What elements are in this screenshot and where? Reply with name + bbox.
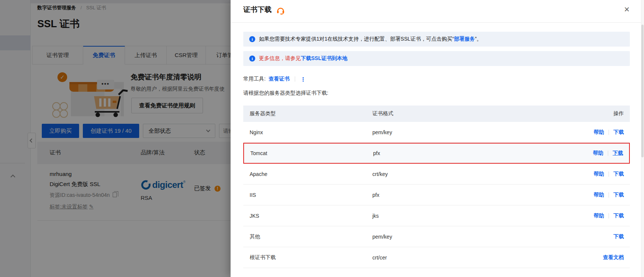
screen: 数字证书管理服务 / SSL 证书 SSL 证书 证书管理免费证书上传证书CSR…: [0, 0, 644, 277]
cert-format: pfx: [373, 150, 593, 156]
drawer-header: 证书下载 ✕: [231, 0, 644, 23]
download-link[interactable]: 下载: [613, 213, 624, 219]
tools-label: 常用工具:: [243, 76, 266, 82]
col-cert-format: 证书格式: [372, 110, 613, 117]
scrollbar-thumb[interactable]: [641, 25, 644, 157]
download-table-header: 服务器类型 证书格式 操作: [243, 106, 630, 122]
help-link[interactable]: 帮助: [594, 192, 604, 198]
row-actions: 帮助下载: [594, 213, 630, 219]
col-server-type: 服务器类型: [243, 110, 372, 117]
cert-format: pem/key: [372, 234, 613, 240]
help-link[interactable]: 帮助: [593, 150, 603, 157]
download-table: 服务器类型 证书格式 操作 Nginxpem/key帮助下载Tomcatpfx帮…: [243, 106, 630, 268]
server-type: 其他: [243, 233, 372, 240]
view-doc-link[interactable]: 查看文档: [603, 254, 624, 261]
support-headset-icon[interactable]: [276, 6, 285, 15]
download-link[interactable]: 下载: [613, 171, 624, 177]
help-link[interactable]: 帮助: [594, 171, 604, 177]
cert-format: crt/cer: [372, 255, 603, 261]
action-separator: [609, 130, 609, 135]
download-table-row: JKSjks帮助下载: [243, 205, 630, 226]
row-actions: 下载: [613, 233, 630, 240]
more-info-banner: i 更多信息，请参见下载SSL证书到本地: [243, 51, 630, 66]
server-type: Apache: [243, 171, 372, 177]
view-cert-link[interactable]: 查看证书: [269, 76, 290, 82]
drawer-title: 证书下载: [243, 5, 285, 15]
download-hint: 请根据您的服务器类型选择证书下载:: [243, 90, 630, 97]
support-banner: i 如果您需要技术专家提供1对1在线技术支持，进行配置、部署SSL证书，可点击购…: [243, 32, 630, 47]
modal-mask[interactable]: [0, 0, 231, 277]
more-info-text: 更多信息，请参见下载SSL证书到本地: [259, 55, 347, 62]
help-link[interactable]: 帮助: [594, 129, 604, 136]
action-separator: [609, 213, 609, 218]
download-table-row: IISpfx帮助下载: [243, 185, 630, 205]
cert-format: pfx: [372, 192, 594, 198]
row-actions: 帮助下载: [594, 129, 630, 136]
action-separator: [609, 192, 609, 198]
download-table-row: Nginxpem/key帮助下载: [243, 122, 630, 143]
info-icon: i: [249, 56, 255, 62]
support-banner-text: 如果您需要技术专家提供1对1在线技术支持，进行配置、部署SSL证书，可点击购买“…: [259, 36, 482, 43]
download-link[interactable]: 下载: [613, 129, 624, 136]
row-actions: 查看文档: [603, 254, 630, 261]
server-type: Nginx: [243, 129, 372, 135]
download-table-body: Nginxpem/key帮助下载Tomcatpfx帮助下载Apachecrt/k…: [243, 122, 630, 268]
download-table-row: 其他pem/key下载: [243, 226, 630, 247]
server-type: JKS: [243, 213, 372, 219]
col-actions: 操作: [613, 110, 630, 117]
action-separator: [609, 171, 609, 177]
cert-download-drawer: 证书下载 ✕ i 如果您需要技术专家提供1对1在线技术支持，进行配置、部署SSL…: [231, 0, 644, 277]
row-actions: 帮助下载: [594, 192, 630, 198]
download-link[interactable]: 下载: [613, 150, 623, 157]
row-actions: 帮助下载: [594, 171, 630, 177]
close-icon[interactable]: ✕: [622, 4, 631, 15]
download-link[interactable]: 下载: [613, 233, 624, 240]
download-table-row: 根证书下载crt/cer查看文档: [243, 247, 630, 268]
more-actions-icon[interactable]: ⋮: [300, 76, 306, 82]
download-link[interactable]: 下载: [613, 192, 624, 198]
download-table-row: Apachecrt/key帮助下载: [243, 164, 630, 185]
cert-format: crt/key: [372, 171, 594, 177]
download-table-row: Tomcatpfx帮助下载: [243, 143, 630, 164]
cert-format: jks: [372, 213, 594, 219]
info-icon: i: [249, 36, 255, 42]
common-tools-row: 常用工具: 查看证书 ⋮: [243, 75, 630, 83]
cert-format: pem/key: [372, 129, 594, 135]
server-type: IIS: [243, 192, 372, 198]
row-actions: 帮助下载: [593, 150, 629, 157]
vertical-separator: [295, 76, 295, 82]
deploy-service-link[interactable]: 部署服务: [454, 36, 475, 42]
help-link[interactable]: 帮助: [594, 213, 604, 219]
server-type: Tomcat: [244, 150, 373, 156]
download-doc-link[interactable]: 下载SSL证书到本地: [301, 55, 347, 61]
server-type: 根证书下载: [243, 254, 372, 261]
action-separator: [608, 151, 608, 156]
scrollbar-track: [641, 0, 644, 277]
drawer-body: i 如果您需要技术专家提供1对1在线技术支持，进行配置、部署SSL证书，可点击购…: [231, 32, 644, 268]
